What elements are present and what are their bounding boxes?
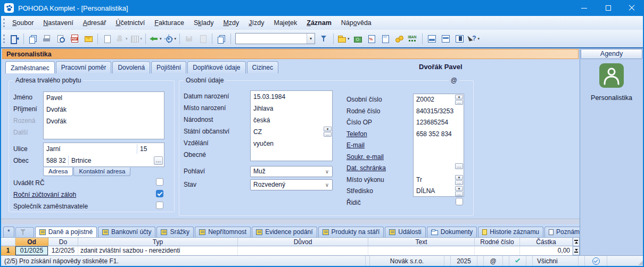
misto-vykonu-dropdown-icon[interactable]: ▾: [455, 175, 463, 180]
tab-zamestnanec[interactable]: Zaměstnanec: [5, 61, 55, 73]
checkbox-spolecnik-zamestnavatele[interactable]: [156, 202, 163, 209]
copy-button[interactable]: [215, 32, 228, 45]
osobni-cislo-browse-icon[interactable]: …: [455, 100, 463, 105]
documents-folder-dropdown-icon[interactable]: ▾: [348, 37, 350, 41]
field-obec[interactable]: Brtnice: [69, 157, 164, 164]
misto-vykonu-browse-icon[interactable]: …: [455, 180, 463, 185]
col-header-rownum[interactable]: [1, 237, 15, 246]
tab-pracovni-pomer[interactable]: Pracovní poměr: [56, 61, 112, 73]
cell-rodne-cislo[interactable]: [475, 246, 520, 255]
osobni-cislo-dropdown-icon[interactable]: ▾: [455, 95, 463, 99]
menu-fakturace[interactable]: Fakturace: [150, 17, 189, 29]
calculator-button[interactable]: [379, 32, 392, 45]
field-datum-narozeni[interactable]: 15.03.1984: [251, 91, 332, 103]
barcode-button[interactable]: ▾: [129, 32, 143, 45]
menu-ucetnictvi[interactable]: Účetnictví: [111, 17, 150, 29]
stav-select[interactable]: Rozvedený ∨: [250, 179, 333, 190]
tab-cizinec[interactable]: Cizinec: [247, 61, 278, 73]
cash-button[interactable]: [351, 32, 364, 45]
save-button[interactable]: [183, 32, 195, 45]
stredisko-dropdown-icon[interactable]: ▾: [455, 186, 463, 191]
print-preview-button[interactable]: [54, 32, 67, 45]
cell-rownum[interactable]: 1: [1, 246, 15, 255]
search-input[interactable]: [236, 34, 307, 44]
tab-doplnkove-udaje[interactable]: Doplňkové údaje: [187, 61, 245, 73]
label-soukr-e-mail[interactable]: Soukr. e-mail: [346, 153, 384, 161]
menu-zaznam[interactable]: Záznam: [302, 17, 336, 29]
checkbox-ridic[interactable]: [456, 198, 463, 205]
cell-typ[interactable]: zdanit zvláštní sazbou - nerezidenti: [78, 246, 238, 255]
field-cislo-popisne[interactable]: 15: [137, 145, 164, 153]
bottom-tab-filter-rows[interactable]: [15, 227, 34, 237]
field-statni-obcanstvi[interactable]: CZ▾…: [251, 126, 332, 138]
stredisko-browse-icon[interactable]: …: [455, 191, 463, 196]
cell-duvod[interactable]: [238, 246, 368, 255]
toolbar-grip[interactable]: [3, 35, 5, 43]
bottom-tab-item[interactable]: *: [3, 227, 14, 237]
field-vzdelani[interactable]: vyučen: [251, 138, 332, 149]
bottom-tab-nepritomnost[interactable]: Nepřítomnost: [195, 227, 251, 237]
col-header-do[interactable]: Do: [48, 237, 78, 246]
field-cislo-op[interactable]: 123685254: [414, 117, 464, 129]
label-telefon[interactable]: Telefon: [346, 130, 367, 138]
close-button[interactable]: [620, 0, 644, 16]
col-header-od[interactable]: Od: [15, 237, 48, 246]
bottom-tab-dokumenty[interactable]: Dokumenty: [427, 227, 477, 237]
cell-do[interactable]: 12/2025: [48, 246, 78, 255]
scroll-bottom-button[interactable]: [573, 246, 580, 255]
context-help-button[interactable]: ▾: [467, 32, 481, 45]
col-header-rodne-cislo[interactable]: Rodné číslo: [475, 237, 520, 246]
field-misto-narozeni[interactable]: Jihlava: [251, 103, 332, 114]
statni-obcanstvi-browse-icon[interactable]: …: [324, 132, 332, 137]
sidebar-item-personalistika[interactable]: Personalistika: [580, 63, 643, 102]
cell-castka[interactable]: 0,00: [520, 246, 573, 255]
bottom-tab-produkty-na-stari[interactable]: Produkty na stáří: [318, 227, 384, 237]
close-agenda-button[interactable]: [8, 32, 21, 45]
documents-folder-button[interactable]: ▾: [336, 32, 350, 45]
field-rozena[interactable]: Dvořák: [44, 115, 164, 127]
settings-button[interactable]: ▾: [163, 32, 177, 45]
dat-schranka-browse-icon[interactable]: …: [455, 163, 463, 169]
menu-mzdy[interactable]: Mzdy: [218, 17, 244, 29]
field-rodne-cislo[interactable]: 840315/3253: [414, 106, 464, 118]
pohlavi-select[interactable]: Muž ∨: [250, 166, 333, 177]
barcode-dropdown-icon[interactable]: ▾: [141, 37, 143, 41]
insert-action-dropdown-icon[interactable]: ▾: [126, 37, 128, 41]
print-button[interactable]: [40, 32, 53, 45]
panel-right-button[interactable]: [453, 32, 466, 45]
checkbox-uvadet-rc[interactable]: [156, 178, 163, 186]
coins-button[interactable]: [393, 32, 406, 45]
bottom-tab-historie-zaznamu[interactable]: Historie záznamu: [478, 227, 543, 237]
record-copy-button[interactable]: [27, 32, 39, 45]
undo-dropdown-icon[interactable]: ▾: [160, 37, 162, 41]
tab-pojisteni[interactable]: Pojištění: [151, 61, 186, 73]
menu-sklady[interactable]: Sklady: [189, 17, 219, 29]
field-psc[interactable]: 588 32: [44, 157, 68, 164]
col-header-text[interactable]: Text: [368, 237, 475, 246]
tax-calculator-button[interactable]: [365, 32, 378, 45]
field-dalsi[interactable]: [44, 127, 164, 139]
scroll-top-button[interactable]: [573, 237, 580, 246]
field-prijmeni[interactable]: Dvořák: [44, 104, 164, 115]
field-osobni-cislo[interactable]: Z0002▾…: [414, 94, 464, 106]
search-dropdown-icon[interactable]: ▾: [307, 34, 315, 44]
iban-button[interactable]: [407, 32, 419, 45]
maximize-button[interactable]: [596, 0, 620, 16]
statni-obcanstvi-dropdown-icon[interactable]: ▾: [324, 127, 332, 131]
new-record-button[interactable]: [101, 32, 113, 45]
obec-browse-button[interactable]: …: [154, 156, 163, 165]
col-header-castka[interactable]: Částka: [520, 237, 573, 246]
menubar-grip[interactable]: [3, 19, 5, 27]
field-jmeno[interactable]: Pavel: [44, 92, 164, 104]
bottom-tab-dane-a-pojistne[interactable]: Daně a pojistné: [35, 227, 97, 237]
menu-napoveda[interactable]: Nápověda: [336, 17, 376, 29]
col-header-duvod[interactable]: Důvod: [238, 237, 368, 246]
status-record-filter[interactable]: Všichni: [532, 256, 578, 266]
checkbox-rocni-zuctovani-zaloh[interactable]: [156, 190, 163, 197]
field-soukr-e-mail[interactable]: [414, 152, 464, 163]
menu-soubor[interactable]: Soubor: [7, 17, 38, 29]
subtab-adresa[interactable]: Adresa: [43, 168, 73, 176]
panel-middle-button[interactable]: [439, 32, 452, 45]
bottom-tab-bankovni-ucty[interactable]: Bankovní účty: [98, 227, 155, 237]
menu-nastaveni[interactable]: Nastavení: [38, 17, 78, 29]
